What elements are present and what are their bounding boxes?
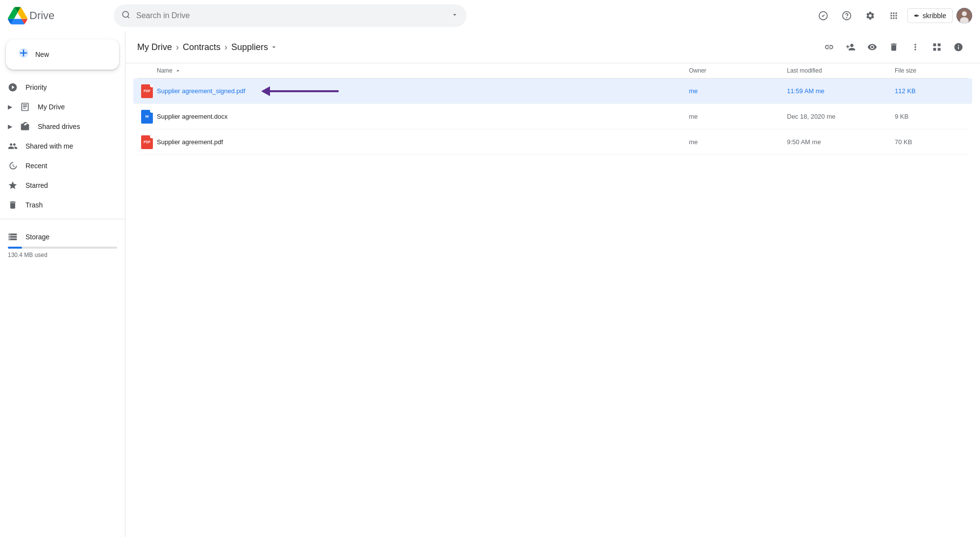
new-button[interactable]: New [6, 39, 119, 70]
delete-button[interactable] [884, 37, 904, 57]
file-modified: 9:50 AM me [787, 138, 895, 146]
breadcrumb-current-folder[interactable]: Suppliers [231, 42, 278, 52]
table-row[interactable]: PDF Supplier agreement_signed.pdf me 11:… [133, 78, 972, 104]
sidebar-divider [0, 219, 125, 219]
column-name-label: Name [157, 67, 172, 74]
sort-asc-icon [174, 67, 181, 74]
column-size: File size [895, 67, 968, 74]
expand-icon: ▶ [8, 103, 12, 110]
recent-icon [8, 161, 18, 171]
file-owner: me [689, 87, 787, 95]
file-size: 9 KB [895, 113, 968, 120]
sidebar: New Priority ▶ My Drive ▶ Shared drives [0, 31, 125, 537]
file-icon-cell: PDF [137, 84, 157, 98]
breadcrumb-separator-1: › [176, 42, 179, 52]
grid-view-button[interactable] [927, 37, 947, 57]
more-options-button[interactable] [906, 37, 925, 57]
svg-point-4 [846, 18, 847, 18]
breadcrumb-actions [819, 37, 968, 57]
share-button[interactable] [841, 37, 860, 57]
storage-bar-background [8, 247, 117, 249]
file-name: Supplier agreement.docx [157, 113, 228, 120]
breadcrumb-contracts[interactable]: Contracts [183, 42, 220, 52]
sidebar-item-starred[interactable]: Starred [0, 176, 117, 195]
search-dropdown-icon[interactable] [451, 11, 459, 21]
sidebar-item-priority-label: Priority [25, 83, 47, 91]
table-row[interactable]: PDF Supplier agreement.pdf me 9:50 AM me… [137, 129, 968, 155]
file-owner: me [689, 113, 787, 120]
column-name[interactable]: Name [157, 67, 689, 74]
new-button-label: New [35, 51, 49, 58]
file-size: 112 KB [895, 87, 968, 95]
my-drive-icon [20, 102, 30, 112]
file-name: Supplier agreement.pdf [157, 138, 223, 146]
sidebar-item-shared-with-me-label: Shared with me [25, 142, 73, 150]
breadcrumb-suppliers-label: Suppliers [231, 42, 268, 52]
main-area: New Priority ▶ My Drive ▶ Shared drives [0, 31, 980, 537]
sidebar-item-shared-with-me[interactable]: Shared with me [0, 136, 117, 156]
copy-link-button[interactable] [819, 37, 839, 57]
file-name-cell: Supplier agreement_signed.pdf [157, 86, 689, 96]
priority-icon [8, 82, 18, 92]
svg-line-1 [127, 16, 129, 18]
user-avatar[interactable] [956, 8, 972, 24]
help-button[interactable] [837, 6, 857, 26]
expand-icon-2: ▶ [8, 123, 12, 130]
sidebar-item-trash[interactable]: Trash [0, 195, 117, 215]
file-owner: me [689, 138, 787, 146]
search-bar[interactable] [114, 4, 466, 27]
file-modified: Dec 18, 2020 me [787, 113, 895, 120]
skribble-button[interactable]: ✒ skribble [907, 8, 953, 23]
storage-bar-fill [8, 247, 22, 249]
storage-used-text: 130.4 MB used [8, 252, 117, 258]
logo-area: Drive [8, 6, 106, 26]
search-input[interactable] [136, 11, 445, 20]
info-button[interactable] [949, 37, 968, 57]
svg-point-0 [122, 11, 128, 17]
top-right-actions: ✒ skribble [813, 6, 972, 26]
breadcrumb-bar: My Drive › Contracts › Suppliers [125, 31, 980, 63]
skribble-label: skribble [923, 12, 946, 20]
settings-button[interactable] [860, 6, 880, 26]
file-name: Supplier agreement_signed.pdf [157, 87, 245, 95]
breadcrumb-dropdown-icon [270, 43, 278, 51]
file-size: 70 KB [895, 138, 968, 146]
sidebar-item-my-drive[interactable]: ▶ My Drive [0, 97, 117, 117]
file-name-cell: Supplier agreement.pdf [157, 138, 689, 146]
sidebar-item-priority[interactable]: Priority [0, 77, 117, 97]
pdf-icon-2: PDF [141, 135, 153, 149]
apps-button[interactable] [884, 6, 904, 26]
storage-label: Storage [25, 233, 49, 241]
trash-icon [8, 200, 18, 210]
storage-icon [8, 232, 18, 242]
preview-button[interactable] [862, 37, 882, 57]
table-row[interactable]: W Supplier agreement.docx me Dec 18, 202… [137, 104, 968, 129]
sidebar-item-shared-drives[interactable]: ▶ Shared drives [0, 117, 117, 136]
file-modified: 11:59 AM me [787, 87, 895, 95]
sidebar-item-recent[interactable]: Recent [0, 156, 117, 176]
shared-drives-icon [20, 122, 30, 131]
file-icon-cell: PDF [137, 135, 157, 149]
column-modified: Last modified [787, 67, 895, 74]
docx-icon: W [141, 110, 153, 124]
starred-icon [8, 180, 18, 190]
app-container: Drive [0, 0, 980, 537]
sidebar-item-storage[interactable]: Storage [8, 227, 117, 247]
sidebar-item-trash-label: Trash [25, 201, 43, 209]
breadcrumb-my-drive[interactable]: My Drive [137, 42, 172, 52]
arrow-annotation [261, 86, 339, 96]
skribble-icon: ✒ [914, 12, 920, 20]
top-bar: Drive [0, 0, 980, 31]
arrow-line [270, 90, 339, 92]
app-title: Drive [29, 9, 54, 22]
shared-with-me-icon [8, 141, 18, 151]
file-name-cell: Supplier agreement.docx [157, 113, 689, 120]
sidebar-item-starred-label: Starred [25, 181, 48, 189]
sidebar-item-shared-drives-label: Shared drives [38, 123, 80, 130]
content-area: My Drive › Contracts › Suppliers [125, 31, 980, 537]
svg-point-6 [962, 11, 967, 16]
drive-logo-icon [8, 6, 27, 26]
file-list: Name Owner Last modified File size [125, 63, 980, 155]
checklist-button[interactable] [813, 6, 833, 26]
new-plus-icon [18, 47, 29, 62]
